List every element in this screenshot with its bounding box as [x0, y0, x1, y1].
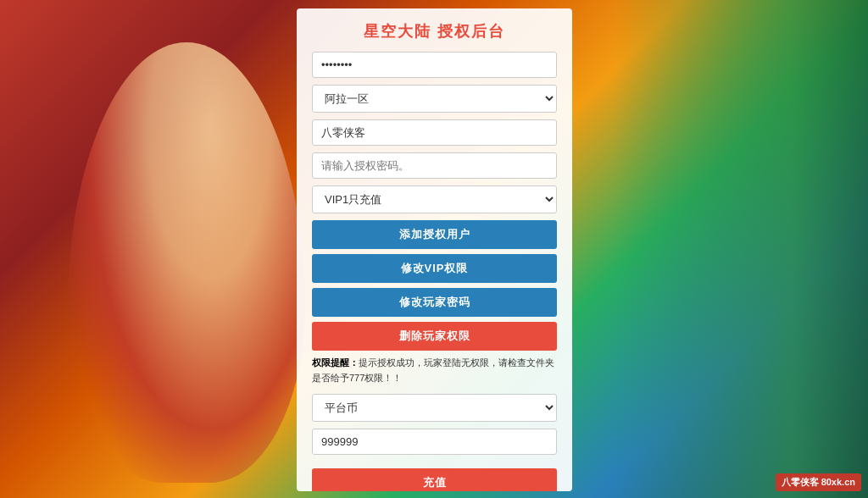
watermark: 八零侠客 80xk.cn: [776, 473, 861, 491]
permission-tip: 权限提醒：提示授权成功，玩家登陆无权限，请检查文件夹是否给予777权限！！: [312, 356, 557, 385]
auth-password-input[interactable]: [312, 152, 557, 179]
modify-vip-button[interactable]: 修改VIP权限: [312, 254, 557, 283]
vip-select[interactable]: VIP1只充值 VIP2 VIP3: [312, 185, 557, 213]
username-input[interactable]: [312, 119, 557, 146]
form-panel: 星空大陆 授权后台 阿拉一区 阿拉二区 阿拉三区 VIP1只充值 VIP2 VI…: [297, 8, 572, 491]
recharge-amount-wrap: [312, 429, 557, 455]
permission-tip-label: 权限提醒：: [312, 357, 359, 368]
page-title: 星空大陆 授权后台: [312, 21, 557, 42]
modify-password-button[interactable]: 修改玩家密码: [312, 288, 557, 317]
recharge-button[interactable]: 充值: [312, 468, 557, 491]
password-input[interactable]: [312, 52, 557, 78]
server-select[interactable]: 阿拉一区 阿拉二区 阿拉三区: [312, 85, 557, 113]
add-user-button[interactable]: 添加授权用户: [312, 220, 557, 249]
currency-select[interactable]: 平台币 元宝 金币: [312, 394, 557, 422]
recharge-amount-input[interactable]: [312, 429, 557, 455]
delete-vip-button[interactable]: 删除玩家权限: [312, 322, 557, 351]
